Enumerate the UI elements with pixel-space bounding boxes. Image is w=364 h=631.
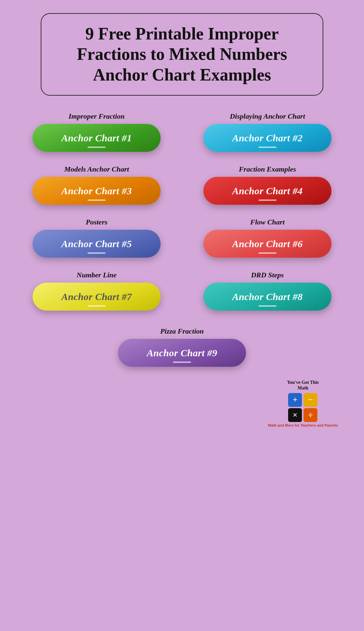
chart-label-1: Improper Fraction bbox=[69, 112, 125, 121]
chart-cell-9: Pizza Fraction Anchor Chart #9 bbox=[118, 327, 246, 367]
chart-label-3: Models Anchor Chart bbox=[64, 165, 129, 174]
chart-label-9: Pizza Fraction bbox=[160, 327, 204, 336]
chart-button-9[interactable]: Anchor Chart #9 bbox=[118, 339, 246, 367]
logo-area: You've Got This Math + − × ÷ Math and Mo… bbox=[268, 380, 338, 427]
logo-grid: + − × ÷ bbox=[288, 393, 318, 422]
chart-label-4: Fraction Examples bbox=[239, 165, 296, 174]
page-title: 9 Free Printable Improper Fractions to M… bbox=[55, 24, 309, 85]
chart-label-6: Flow Chart bbox=[250, 218, 285, 226]
chart-cell-7: Number Line Anchor Chart #7 bbox=[21, 271, 172, 311]
chart-cell-4: Fraction Examples Anchor Chart #4 bbox=[192, 165, 343, 205]
chart-button-1[interactable]: Anchor Chart #1 bbox=[33, 124, 161, 152]
chart-cell-8: DRD Steps Anchor Chart #8 bbox=[192, 271, 343, 311]
logo-wrapper: You've Got This Math + − × ÷ Math and Mo… bbox=[268, 380, 338, 427]
chart-cell-6: Flow Chart Anchor Chart #6 bbox=[192, 218, 343, 258]
logo-tile-divide: ÷ bbox=[304, 408, 317, 422]
chart-button-7[interactable]: Anchor Chart #7 bbox=[33, 283, 161, 311]
logo-tile-minus: − bbox=[304, 393, 317, 407]
logo-tile-multiply: × bbox=[288, 408, 302, 422]
chart-label-5: Posters bbox=[86, 218, 107, 226]
chart-button-6[interactable]: Anchor Chart #6 bbox=[203, 230, 331, 258]
chart-button-3[interactable]: Anchor Chart #3 bbox=[33, 177, 161, 205]
logo-tile-plus: + bbox=[288, 393, 302, 407]
chart-grid: Improper Fraction Anchor Chart #1 Displa… bbox=[21, 112, 343, 311]
chart-label-8: DRD Steps bbox=[251, 271, 284, 279]
chart-button-4[interactable]: Anchor Chart #4 bbox=[203, 177, 331, 205]
chart-button-5[interactable]: Anchor Chart #5 bbox=[33, 230, 161, 258]
chart-button-2[interactable]: Anchor Chart #2 bbox=[203, 124, 331, 152]
logo-tagline: Math and More for Teachers and Parents bbox=[268, 423, 338, 427]
logo-arc-text: You've Got This Math bbox=[287, 380, 319, 391]
chart-cell-1: Improper Fraction Anchor Chart #1 bbox=[21, 112, 172, 152]
title-box: 9 Free Printable Improper Fractions to M… bbox=[41, 13, 323, 96]
chart-cell-5: Posters Anchor Chart #5 bbox=[21, 218, 172, 258]
chart-cell-2: Displaying Anchor Chart Anchor Chart #2 bbox=[192, 112, 343, 152]
chart-button-8[interactable]: Anchor Chart #8 bbox=[203, 283, 331, 311]
chart-label-7: Number Line bbox=[77, 271, 117, 279]
chart-cell-3: Models Anchor Chart Anchor Chart #3 bbox=[21, 165, 172, 205]
chart-label-2: Displaying Anchor Chart bbox=[230, 112, 305, 121]
